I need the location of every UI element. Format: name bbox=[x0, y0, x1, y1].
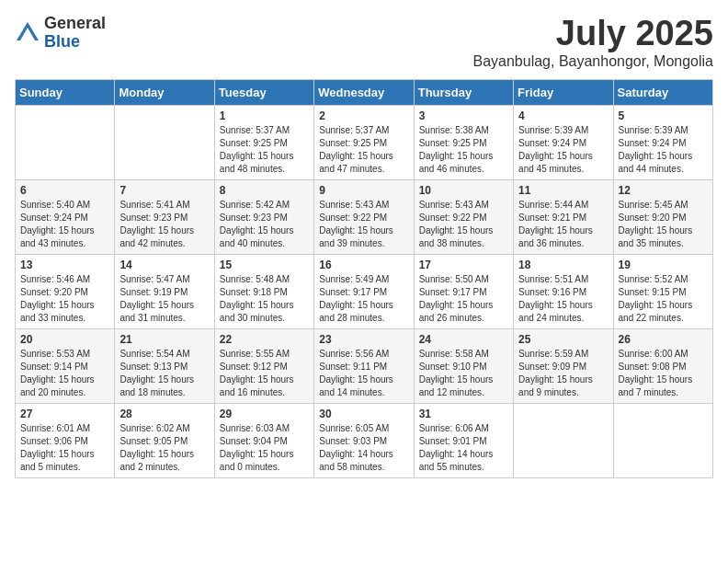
day-info: Sunrise: 5:49 AMSunset: 9:17 PMDaylight:… bbox=[319, 273, 408, 325]
calendar-cell: 29Sunrise: 6:03 AMSunset: 9:04 PMDayligh… bbox=[214, 403, 313, 477]
day-number: 15 bbox=[220, 259, 309, 271]
location-title: Bayanbulag, Bayanhongor, Mongolia bbox=[472, 53, 713, 70]
calendar-cell: 20Sunrise: 5:53 AMSunset: 9:14 PMDayligh… bbox=[16, 328, 115, 403]
day-info: Sunrise: 5:50 AMSunset: 9:17 PMDaylight:… bbox=[419, 273, 508, 325]
calendar-cell: 31Sunrise: 6:06 AMSunset: 9:01 PMDayligh… bbox=[414, 403, 513, 477]
calendar-cell: 3Sunrise: 5:38 AMSunset: 9:25 PMDaylight… bbox=[414, 105, 513, 179]
day-number: 18 bbox=[518, 259, 608, 271]
calendar-cell: 24Sunrise: 5:58 AMSunset: 9:10 PMDayligh… bbox=[414, 328, 513, 403]
weekday-header-tuesday: Tuesday bbox=[214, 79, 313, 105]
calendar-cell: 15Sunrise: 5:48 AMSunset: 9:18 PMDayligh… bbox=[214, 254, 313, 328]
calendar-cell: 22Sunrise: 5:55 AMSunset: 9:12 PMDayligh… bbox=[214, 328, 313, 403]
month-title: July 2025 bbox=[472, 15, 713, 53]
day-number: 24 bbox=[419, 333, 508, 346]
calendar-header: SundayMondayTuesdayWednesdayThursdayFrid… bbox=[16, 79, 713, 105]
day-info: Sunrise: 5:55 AMSunset: 9:12 PMDaylight:… bbox=[220, 348, 309, 399]
calendar-cell bbox=[613, 403, 712, 477]
calendar-cell: 11Sunrise: 5:44 AMSunset: 9:21 PMDayligh… bbox=[514, 179, 613, 254]
day-info: Sunrise: 6:03 AMSunset: 9:04 PMDaylight:… bbox=[220, 422, 309, 474]
calendar-cell bbox=[115, 105, 214, 179]
day-number: 2 bbox=[319, 109, 408, 122]
calendar-cell: 7Sunrise: 5:41 AMSunset: 9:23 PMDaylight… bbox=[115, 179, 214, 254]
day-info: Sunrise: 5:51 AMSunset: 9:16 PMDaylight:… bbox=[518, 273, 608, 325]
weekday-header-thursday: Thursday bbox=[414, 79, 513, 105]
calendar-week-3: 13Sunrise: 5:46 AMSunset: 9:20 PMDayligh… bbox=[16, 254, 713, 328]
day-info: Sunrise: 5:54 AMSunset: 9:13 PMDaylight:… bbox=[119, 348, 209, 399]
day-number: 6 bbox=[20, 184, 109, 197]
calendar-cell: 6Sunrise: 5:40 AMSunset: 9:24 PMDaylight… bbox=[16, 179, 115, 254]
weekday-header-friday: Friday bbox=[514, 79, 613, 105]
logo: General Blue bbox=[15, 15, 106, 52]
calendar-body: 1Sunrise: 5:37 AMSunset: 9:25 PMDaylight… bbox=[16, 105, 713, 477]
logo-icon bbox=[15, 20, 40, 46]
weekday-header-sunday: Sunday bbox=[16, 79, 115, 105]
day-info: Sunrise: 6:00 AMSunset: 9:08 PMDaylight:… bbox=[619, 348, 708, 399]
day-info: Sunrise: 5:44 AMSunset: 9:21 PMDaylight:… bbox=[518, 199, 608, 250]
calendar-cell: 16Sunrise: 5:49 AMSunset: 9:17 PMDayligh… bbox=[314, 254, 414, 328]
calendar-cell: 5Sunrise: 5:39 AMSunset: 9:24 PMDaylight… bbox=[613, 105, 712, 179]
calendar-cell: 8Sunrise: 5:42 AMSunset: 9:23 PMDaylight… bbox=[214, 179, 313, 254]
calendar-week-4: 20Sunrise: 5:53 AMSunset: 9:14 PMDayligh… bbox=[16, 328, 713, 403]
day-info: Sunrise: 5:53 AMSunset: 9:14 PMDaylight:… bbox=[20, 348, 109, 399]
day-info: Sunrise: 5:58 AMSunset: 9:10 PMDaylight:… bbox=[419, 348, 508, 399]
weekday-header-saturday: Saturday bbox=[613, 79, 712, 105]
day-number: 11 bbox=[518, 184, 608, 197]
day-info: Sunrise: 5:43 AMSunset: 9:22 PMDaylight:… bbox=[419, 199, 508, 250]
logo-blue: Blue bbox=[44, 33, 106, 52]
calendar-week-2: 6Sunrise: 5:40 AMSunset: 9:24 PMDaylight… bbox=[16, 179, 713, 254]
day-info: Sunrise: 6:01 AMSunset: 9:06 PMDaylight:… bbox=[20, 422, 109, 474]
day-number: 4 bbox=[518, 109, 608, 122]
day-number: 27 bbox=[20, 408, 109, 420]
day-info: Sunrise: 5:42 AMSunset: 9:23 PMDaylight:… bbox=[220, 199, 309, 250]
day-info: Sunrise: 5:46 AMSunset: 9:20 PMDaylight:… bbox=[20, 273, 109, 325]
day-info: Sunrise: 5:56 AMSunset: 9:11 PMDaylight:… bbox=[319, 348, 408, 399]
logo-general: General bbox=[44, 15, 106, 33]
day-number: 14 bbox=[119, 259, 209, 271]
day-number: 22 bbox=[220, 333, 309, 346]
day-number: 5 bbox=[619, 109, 708, 122]
day-info: Sunrise: 5:39 AMSunset: 9:24 PMDaylight:… bbox=[518, 124, 608, 176]
calendar-cell: 21Sunrise: 5:54 AMSunset: 9:13 PMDayligh… bbox=[115, 328, 214, 403]
calendar-cell: 28Sunrise: 6:02 AMSunset: 9:05 PMDayligh… bbox=[115, 403, 214, 477]
day-info: Sunrise: 5:43 AMSunset: 9:22 PMDaylight:… bbox=[319, 199, 408, 250]
day-info: Sunrise: 6:05 AMSunset: 9:03 PMDaylight:… bbox=[319, 422, 408, 474]
day-number: 9 bbox=[319, 184, 408, 197]
day-number: 28 bbox=[119, 408, 209, 420]
calendar-cell: 9Sunrise: 5:43 AMSunset: 9:22 PMDaylight… bbox=[314, 179, 414, 254]
day-number: 8 bbox=[220, 184, 309, 197]
day-number: 23 bbox=[319, 333, 408, 346]
calendar-cell: 30Sunrise: 6:05 AMSunset: 9:03 PMDayligh… bbox=[314, 403, 414, 477]
day-number: 19 bbox=[619, 259, 708, 271]
day-info: Sunrise: 5:37 AMSunset: 9:25 PMDaylight:… bbox=[319, 124, 408, 176]
weekday-header-monday: Monday bbox=[115, 79, 214, 105]
day-info: Sunrise: 6:02 AMSunset: 9:05 PMDaylight:… bbox=[119, 422, 209, 474]
day-info: Sunrise: 5:39 AMSunset: 9:24 PMDaylight:… bbox=[619, 124, 708, 176]
day-info: Sunrise: 5:41 AMSunset: 9:23 PMDaylight:… bbox=[119, 199, 209, 250]
day-number: 1 bbox=[220, 109, 309, 122]
calendar-cell: 10Sunrise: 5:43 AMSunset: 9:22 PMDayligh… bbox=[414, 179, 513, 254]
calendar-cell bbox=[514, 403, 613, 477]
day-number: 20 bbox=[20, 333, 109, 346]
day-number: 16 bbox=[319, 259, 408, 271]
day-number: 10 bbox=[419, 184, 508, 197]
calendar-cell: 23Sunrise: 5:56 AMSunset: 9:11 PMDayligh… bbox=[314, 328, 414, 403]
calendar-table: SundayMondayTuesdayWednesdayThursdayFrid… bbox=[15, 79, 713, 478]
title-area: July 2025 Bayanbulag, Bayanhongor, Mongo… bbox=[472, 15, 713, 70]
day-info: Sunrise: 6:06 AMSunset: 9:01 PMDaylight:… bbox=[419, 422, 508, 474]
logo-text: General Blue bbox=[44, 15, 106, 52]
calendar-cell: 25Sunrise: 5:59 AMSunset: 9:09 PMDayligh… bbox=[514, 328, 613, 403]
calendar-cell: 2Sunrise: 5:37 AMSunset: 9:25 PMDaylight… bbox=[314, 105, 414, 179]
calendar-cell: 12Sunrise: 5:45 AMSunset: 9:20 PMDayligh… bbox=[613, 179, 712, 254]
header: General Blue July 2025 Bayanbulag, Bayan… bbox=[15, 15, 713, 70]
calendar-cell bbox=[16, 105, 115, 179]
day-number: 21 bbox=[119, 333, 209, 346]
day-number: 25 bbox=[518, 333, 608, 346]
calendar-cell: 13Sunrise: 5:46 AMSunset: 9:20 PMDayligh… bbox=[16, 254, 115, 328]
calendar-week-1: 1Sunrise: 5:37 AMSunset: 9:25 PMDaylight… bbox=[16, 105, 713, 179]
day-info: Sunrise: 5:38 AMSunset: 9:25 PMDaylight:… bbox=[419, 124, 508, 176]
day-info: Sunrise: 5:59 AMSunset: 9:09 PMDaylight:… bbox=[518, 348, 608, 399]
day-number: 13 bbox=[20, 259, 109, 271]
day-info: Sunrise: 5:52 AMSunset: 9:15 PMDaylight:… bbox=[619, 273, 708, 325]
day-number: 29 bbox=[220, 408, 309, 420]
day-number: 30 bbox=[319, 408, 408, 420]
